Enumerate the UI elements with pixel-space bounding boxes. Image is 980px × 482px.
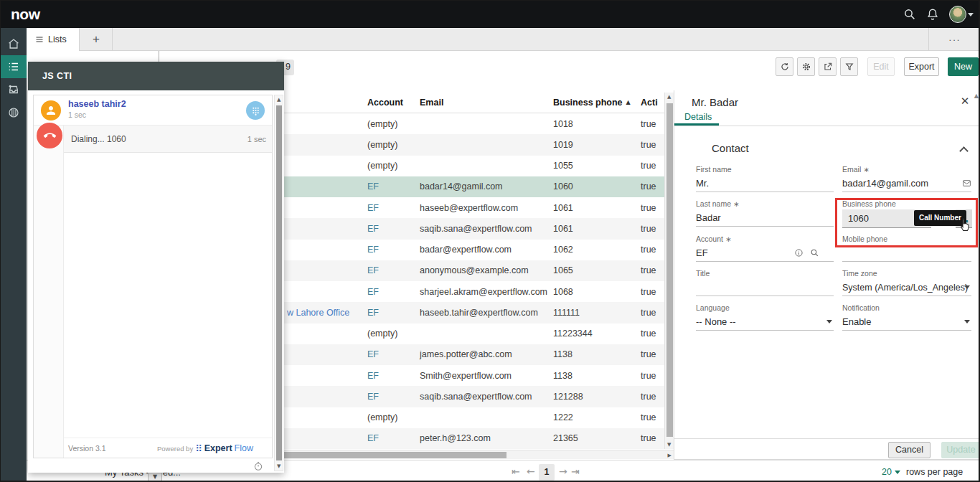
notification-field[interactable]: Notification Enable [842, 303, 971, 331]
table-row[interactable]: EF james.potter@abc.com 1138 true [284, 344, 664, 365]
table-row[interactable]: (empty) 1222 true [284, 407, 664, 428]
table-row[interactable]: EF haseeb@expertflow.com 1061 true [284, 197, 664, 218]
scroll-right-icon[interactable]: ▶ [668, 453, 672, 458]
last-name-field[interactable]: Last name∗ Badar [696, 199, 834, 227]
cell-account[interactable]: EF [364, 265, 417, 275]
refresh-button[interactable] [776, 57, 793, 76]
my-tasks-dropdown[interactable]: ▼ [148, 473, 162, 482]
cell-account[interactable]: EF [364, 181, 417, 192]
column-header-business-phone[interactable]: Business phone▲ [550, 98, 638, 108]
table-vertical-scrollbar[interactable]: ▲ ▼ [664, 93, 674, 449]
filter-button[interactable] [840, 57, 858, 76]
column-header-account[interactable]: Account [364, 98, 417, 108]
bell-icon[interactable] [926, 8, 939, 21]
scroll-down-icon[interactable]: ▼ [277, 463, 281, 469]
table-row[interactable]: EF sharjeel.akram@expertflow.com 1068 tr… [284, 281, 664, 302]
scroll-up-icon[interactable]: ▲ [277, 97, 281, 103]
cell-account[interactable]: EF [364, 245, 417, 255]
cell-account[interactable]: EF [364, 224, 417, 234]
scrollbar-thumb[interactable] [284, 452, 507, 458]
tab-details[interactable]: Details [684, 112, 712, 122]
cell-account[interactable]: (empty) [364, 412, 417, 422]
scrollbar-thumb[interactable] [666, 103, 673, 437]
page-size-select[interactable]: 20 [882, 467, 900, 477]
cell-account[interactable]: EF [364, 433, 417, 443]
cell-account[interactable]: (empty) [364, 119, 417, 129]
first-page-icon[interactable]: ⇤ [512, 466, 520, 477]
dialpad-button[interactable] [246, 101, 265, 120]
table-row[interactable]: (empty) 11223344 true [284, 323, 664, 344]
scroll-up-icon[interactable]: ▲ [974, 93, 979, 99]
current-page[interactable]: 1 [539, 464, 555, 481]
avatar[interactable] [949, 6, 966, 23]
hangup-button[interactable] [37, 123, 62, 148]
tab-lists[interactable]: Lists [27, 28, 80, 51]
share-button[interactable] [819, 57, 837, 76]
table-horizontal-scrollbar[interactable]: ▶ [284, 450, 674, 459]
table-row[interactable]: EF peter.h@123.com 21365 true [284, 428, 664, 449]
next-page-icon[interactable]: → [559, 466, 567, 477]
edit-button[interactable]: Edit [867, 57, 895, 76]
mobile-phone-field[interactable]: Mobile phone [842, 235, 971, 262]
table-row[interactable]: (empty) 1055 true [284, 156, 664, 176]
cell-account[interactable]: EF [364, 392, 417, 402]
settings-button[interactable] [797, 57, 815, 76]
update-button[interactable]: Update [941, 442, 980, 458]
table-row[interactable]: (empty) 1018 true [284, 113, 664, 134]
new-button[interactable]: New [948, 57, 979, 76]
add-tab-button[interactable]: + [80, 28, 113, 51]
table-row[interactable]: EF badar@expertflow.com 1062 true [284, 240, 664, 260]
cell-hidden-column[interactable]: w Lahore Office [284, 308, 364, 318]
column-header-email[interactable]: Email [417, 98, 550, 108]
last-name-input[interactable]: Badar [696, 209, 834, 227]
table-row[interactable]: w Lahore Office EF haseeb.tahir@expertfl… [284, 302, 664, 323]
time-zone-field[interactable]: Time zone System (America/Los_Angeles) [842, 269, 971, 296]
cell-account[interactable]: (empty) [364, 140, 417, 150]
prev-page-icon[interactable]: ← [527, 466, 535, 477]
title-field[interactable]: Title [696, 269, 834, 296]
collapse-chevron-icon[interactable] [959, 146, 969, 156]
table-row[interactable]: EF Smith@expertflow.com 1138 true [284, 365, 664, 386]
sidebar-item-lists[interactable] [1, 55, 27, 78]
title-input[interactable] [696, 279, 834, 296]
account-input[interactable]: EF [696, 245, 834, 262]
language-select[interactable]: -- None -- [696, 313, 834, 331]
table-row[interactable]: (empty) 1019 true [284, 134, 664, 155]
export-button[interactable]: Export [904, 57, 939, 76]
notification-select[interactable]: Enable [842, 313, 971, 331]
cancel-button[interactable]: Cancel [888, 442, 930, 458]
table-row[interactable]: EF saqib.sana@expertflow.com 121288 true [284, 386, 664, 407]
cell-account[interactable]: EF [364, 349, 417, 359]
scrollbar-thumb[interactable] [276, 105, 282, 460]
mobile-phone-input[interactable] [842, 245, 971, 262]
cell-account[interactable]: EF [364, 287, 417, 297]
cell-account[interactable]: EF [364, 308, 417, 318]
sidebar-item-home[interactable] [1, 32, 27, 55]
search-icon[interactable] [903, 8, 916, 21]
email-field[interactable]: Email∗ badar14@gamil.com [842, 165, 971, 192]
email-input[interactable]: badar14@gamil.com [842, 175, 971, 192]
user-menu[interactable] [949, 6, 974, 23]
close-icon[interactable]: ✕ [958, 95, 971, 108]
more-options-button[interactable]: ... [939, 32, 971, 47]
info-icon[interactable] [794, 248, 804, 257]
timer-clock-icon[interactable] [253, 461, 263, 471]
table-row[interactable]: EF badar14@gamil.com 1060 true [284, 176, 664, 197]
time-zone-select[interactable]: System (America/Los_Angeles) [842, 279, 971, 296]
scroll-down-icon[interactable]: ▼ [667, 442, 671, 448]
cti-scrollbar[interactable]: ▲ ▼ [274, 95, 283, 471]
cell-account[interactable]: EF [364, 203, 417, 213]
first-name-input[interactable]: Mr. [696, 175, 834, 192]
column-header-active[interactable]: Acti [638, 98, 664, 108]
cell-account[interactable]: (empty) [364, 329, 417, 339]
cell-account[interactable]: (empty) [364, 161, 417, 171]
account-field[interactable]: Account∗ EF [696, 235, 834, 262]
cell-account[interactable]: EF [364, 371, 417, 381]
table-row[interactable]: EF anonymous@example.com 1065 true [284, 260, 664, 281]
lookup-icon[interactable] [810, 248, 819, 257]
last-page-icon[interactable]: ⇥ [571, 466, 580, 477]
agent-name[interactable]: haseeb tahir2 [68, 99, 126, 109]
sidebar-item-reports[interactable] [1, 101, 27, 124]
sidebar-item-inbox[interactable] [1, 78, 27, 101]
language-field[interactable]: Language -- None -- [696, 303, 834, 331]
